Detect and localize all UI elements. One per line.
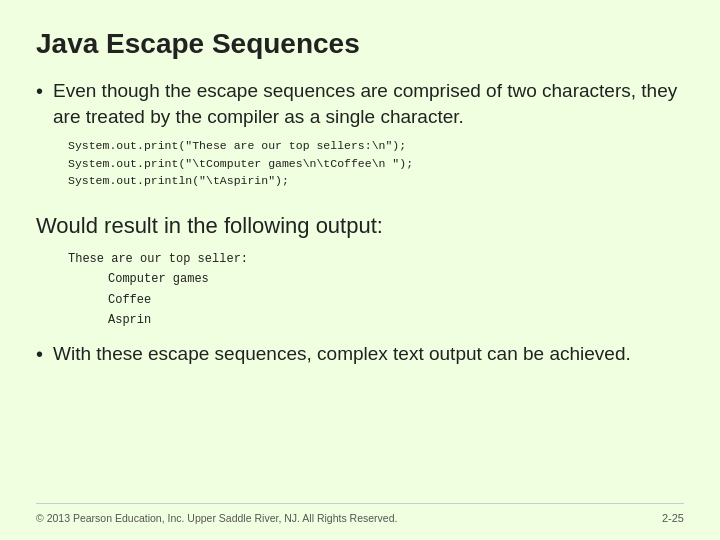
code-line-2: System.out.print("\tComputer games\n\tCo… <box>68 157 413 170</box>
code-line-1: System.out.print("These are our top sell… <box>68 139 406 152</box>
bullet-text-2: With these escape sequences, complex tex… <box>53 341 631 367</box>
output-line-3: Coffee <box>68 290 684 310</box>
slide-title: Java Escape Sequences <box>36 28 684 60</box>
code-block-1: System.out.print("These are our top sell… <box>68 137 684 189</box>
output-line-4: Asprin <box>68 310 684 330</box>
bullet-text-1: Even though the escape sequences are com… <box>53 78 684 129</box>
bullet-section-1: • Even though the escape sequences are c… <box>36 78 684 197</box>
footer-page: 2-25 <box>662 512 684 524</box>
subsection-title: Would result in the following output: <box>36 213 684 239</box>
bullet-dot-2: • <box>36 343 43 366</box>
bullet-dot-1: • <box>36 80 43 103</box>
footer: © 2013 Pearson Education, Inc. Upper Sad… <box>36 503 684 524</box>
bullet-item-2: • With these escape sequences, complex t… <box>36 341 684 367</box>
output-line-1: These are our top seller: <box>68 249 684 269</box>
bullet-item-1: • Even though the escape sequences are c… <box>36 78 684 129</box>
output-block: These are our top seller: Computer games… <box>68 249 684 331</box>
footer-copyright: © 2013 Pearson Education, Inc. Upper Sad… <box>36 512 397 524</box>
output-line-2: Computer games <box>68 269 684 289</box>
bullet-section-2: • With these escape sequences, complex t… <box>36 341 684 375</box>
code-line-3: System.out.println("\tAspirin"); <box>68 174 289 187</box>
slide: Java Escape Sequences • Even though the … <box>0 0 720 540</box>
